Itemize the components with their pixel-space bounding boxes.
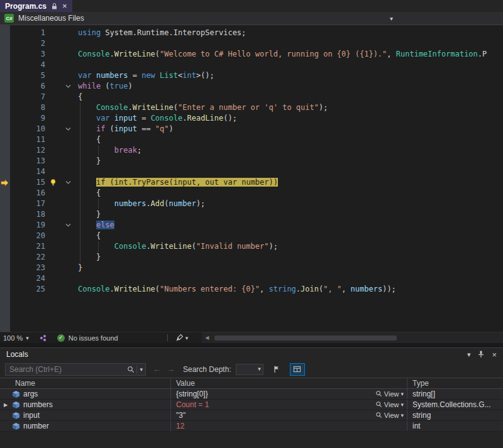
code-line[interactable]: else — [78, 220, 114, 231]
search-input[interactable] — [6, 365, 125, 374]
code-line[interactable]: { — [78, 188, 101, 199]
code-line[interactable]: } — [78, 209, 101, 220]
line-number[interactable]: 22 — [10, 252, 45, 263]
line-number[interactable]: 15 — [10, 177, 45, 188]
code-token: ; — [137, 146, 141, 155]
pin-icon[interactable] — [477, 350, 485, 359]
line-number[interactable]: 7 — [10, 92, 45, 102]
code-token: if — [96, 178, 105, 187]
code-line[interactable]: numbers.Add(number); — [78, 199, 205, 209]
code-line[interactable]: { — [78, 231, 101, 241]
file-context-combo[interactable]: C# Miscellaneous Files ▾ — [0, 12, 397, 25]
line-number[interactable]: 25 — [10, 284, 45, 295]
horizontal-scrollbar[interactable]: ◀ — [202, 332, 503, 343]
close-icon[interactable]: × — [492, 351, 497, 359]
current-statement-arrow-icon[interactable] — [1, 177, 9, 188]
health-indicator-icon[interactable] — [39, 334, 47, 342]
table-row[interactable]: number12int — [0, 421, 503, 432]
code-line[interactable]: } — [78, 252, 101, 263]
issues-status[interactable]: ✓ No issues found — [57, 334, 118, 342]
collapse-chevron-icon[interactable] — [64, 220, 72, 231]
code-cleanup-button[interactable]: ▾ — [175, 334, 189, 342]
code-line[interactable]: Console.WriteLine("Numbers entered: {0}"… — [78, 284, 396, 295]
flag-toggle-button[interactable] — [269, 363, 284, 376]
code-token: numbers — [351, 285, 383, 293]
column-header-value[interactable]: Value — [171, 378, 407, 388]
line-number[interactable]: 16 — [10, 188, 45, 199]
scrollbar-thumb[interactable] — [214, 336, 397, 341]
line-number[interactable]: 13 — [10, 156, 45, 167]
line-number[interactable]: 18 — [10, 209, 45, 220]
line-number[interactable]: 9 — [10, 113, 45, 124]
line-number[interactable]: 5 — [10, 70, 45, 81]
line-number[interactable]: 3 — [10, 49, 45, 60]
variable-value: Count = 1 — [176, 400, 209, 409]
lightbulb-icon[interactable] — [49, 177, 59, 188]
table-row[interactable]: args{string[0]}View▾string[] — [0, 389, 503, 400]
code-line[interactable]: Console.WriteLine("Invalid number"); — [78, 241, 278, 252]
code-line[interactable]: } — [78, 263, 82, 273]
view-button[interactable]: View▾ — [375, 410, 404, 420]
line-number[interactable]: 17 — [10, 199, 45, 209]
code-line[interactable]: Console.WriteLine("Enter a number or 'q'… — [78, 102, 328, 113]
line-number[interactable]: 14 — [10, 167, 45, 177]
view-button[interactable]: View▾ — [375, 389, 404, 399]
code-token: WriteLine — [114, 50, 155, 58]
line-number[interactable]: 10 — [10, 124, 45, 134]
code-token: RuntimeInformation — [396, 50, 478, 58]
code-line[interactable]: using System.Runtime.InteropServices; — [78, 28, 246, 38]
code-line[interactable]: } — [78, 156, 101, 167]
panel-splitter[interactable] — [0, 343, 503, 347]
code-token: } — [78, 263, 82, 272]
search-depth-select[interactable]: ▾ — [236, 364, 263, 375]
code-token: , — [196, 178, 205, 187]
code-editor[interactable]: 1using System.Runtime.InteropServices;23… — [0, 25, 503, 332]
search-next-button[interactable]: → — [167, 365, 175, 373]
code-line[interactable]: if (int.TryParse(input, out var number)) — [78, 177, 278, 188]
locals-title-bar[interactable]: Locals ▾ × — [0, 348, 503, 361]
line-number[interactable]: 6 — [10, 81, 45, 92]
code-line[interactable]: { — [78, 134, 101, 145]
code-line[interactable]: Console.WriteLine("Welcome to C# Hello w… — [78, 49, 487, 60]
zoom-control[interactable]: 100 % ▾ — [3, 334, 29, 342]
grid-view-toggle-button[interactable] — [290, 363, 305, 376]
search-prev-button[interactable]: ← — [153, 365, 161, 373]
scroll-left-arrow-icon[interactable]: ◀ — [205, 332, 209, 343]
collapse-chevron-icon[interactable] — [64, 177, 72, 188]
table-row[interactable]: ▶numbersCount = 1View▾System.Collections… — [0, 400, 503, 410]
tab-program-cs[interactable]: Program.cs × — [0, 0, 72, 12]
variable-name: args — [23, 390, 38, 398]
column-header-type[interactable]: Type — [407, 378, 503, 388]
line-number[interactable]: 11 — [10, 134, 45, 145]
code-line[interactable]: while (true) — [78, 81, 133, 92]
line-number[interactable]: 24 — [10, 273, 45, 284]
table-row[interactable]: input"3"View▾string — [0, 410, 503, 421]
column-header-name[interactable]: Name — [0, 378, 171, 388]
code-line[interactable]: var numbers = new List<int>(); — [78, 70, 214, 81]
window-menu-chevron-icon[interactable]: ▾ — [467, 351, 471, 359]
close-icon[interactable]: × — [62, 2, 67, 10]
chevron-down-icon[interactable]: ▾ — [136, 365, 145, 374]
expander-icon[interactable]: ▶ — [3, 402, 9, 408]
line-number[interactable]: 23 — [10, 263, 45, 273]
code-line[interactable]: break; — [78, 145, 141, 156]
line-number[interactable]: 2 — [10, 38, 45, 49]
code-line[interactable]: { — [78, 92, 82, 102]
code-line[interactable]: if (input == "q") — [78, 124, 174, 134]
code-token: if — [96, 124, 105, 133]
code-line[interactable]: var input = Console.ReadLine(); — [78, 113, 237, 124]
line-number[interactable]: 8 — [10, 102, 45, 113]
code-token: input — [114, 124, 137, 133]
line-number[interactable]: 21 — [10, 241, 45, 252]
collapse-chevron-icon[interactable] — [64, 124, 72, 134]
collapse-chevron-icon[interactable] — [64, 81, 72, 92]
line-number[interactable]: 19 — [10, 220, 45, 231]
line-number[interactable]: 12 — [10, 145, 45, 156]
chevron-down-icon: ▾ — [401, 402, 404, 408]
line-number[interactable]: 1 — [10, 28, 45, 38]
code-token — [78, 221, 96, 229]
view-button[interactable]: View▾ — [375, 400, 404, 410]
line-number[interactable]: 20 — [10, 231, 45, 241]
code-token: ( — [174, 103, 178, 112]
line-number[interactable]: 4 — [10, 60, 45, 70]
